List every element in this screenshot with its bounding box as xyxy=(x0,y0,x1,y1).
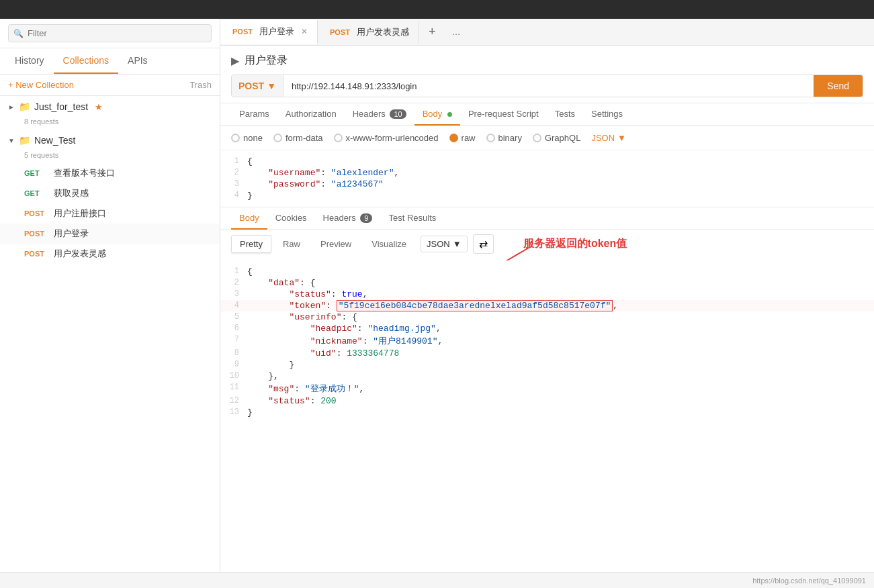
annotation-area: 服务器返回的token值 xyxy=(523,237,627,251)
trash-button[interactable]: Trash xyxy=(189,80,212,90)
radio-dot-graphql xyxy=(533,134,541,142)
resp-visualize-button[interactable]: Visualize xyxy=(363,235,415,253)
search-icon: 🔍 xyxy=(13,29,24,38)
resp-headers-badge: 9 xyxy=(360,213,372,223)
token-annotation-text: 服务器返回的token值 xyxy=(523,237,627,251)
tab-add-button[interactable]: + xyxy=(419,19,445,44)
sidebar-tab-history[interactable]: History xyxy=(5,48,54,74)
json-format-label: JSON xyxy=(591,133,615,143)
method-badge: POST xyxy=(24,209,48,217)
resp-tab-cookies[interactable]: Cookies xyxy=(267,207,315,230)
tab-name: 用户发表灵感 xyxy=(357,26,409,38)
code-line: 5 "userinfo": { xyxy=(220,311,874,323)
method-label: POST xyxy=(238,81,264,91)
radio-none[interactable]: none xyxy=(231,133,263,143)
method-select[interactable]: POST ▼ xyxy=(232,75,283,97)
code-line: 8 "uid": 1333364778 xyxy=(220,348,874,359)
new-collection-button[interactable]: + New Collection xyxy=(8,80,74,90)
radio-raw[interactable]: raw xyxy=(449,133,476,143)
collection-name: Just_for_test xyxy=(34,101,88,112)
radio-dot-raw xyxy=(449,134,458,142)
code-line: 4 } xyxy=(220,190,874,201)
tab-user-post[interactable]: POST 用户发表灵感 xyxy=(318,21,419,44)
collection-header-new-test[interactable]: ▼ 📁 New_Test xyxy=(0,130,220,151)
body-active-dot xyxy=(447,112,452,117)
code-line: 6 "headpic": "headimg.jpg", xyxy=(220,323,874,334)
request-tabs: Params Authorization Headers 10 Body Pre… xyxy=(220,103,874,126)
tab-method-badge: POST xyxy=(230,27,255,36)
sidebar-tab-collections[interactable]: Collections xyxy=(54,48,118,74)
tab-params[interactable]: Params xyxy=(231,103,277,126)
resp-tab-test-results[interactable]: Test Results xyxy=(380,207,444,230)
request-title: ▶ 用户登录 xyxy=(231,54,863,68)
sidebar-tabs: History Collections APIs xyxy=(0,48,220,75)
request-name: 用户注册接口 xyxy=(54,207,106,219)
main-layout: 🔍 History Collections APIs + New Collect… xyxy=(0,19,874,572)
folder-icon: 📁 xyxy=(19,101,30,112)
code-line: 7 "nickname": "用户8149901", xyxy=(220,334,874,348)
radio-dot-binary xyxy=(486,134,495,142)
close-icon[interactable]: ✕ xyxy=(301,27,308,36)
collection-header-just-for-test[interactable]: ► 📁 Just_for_test ★ xyxy=(0,96,220,117)
resp-raw-button[interactable]: Raw xyxy=(274,235,309,253)
list-item-active[interactable]: POST 用户登录 xyxy=(0,224,220,244)
search-wrapper: 🔍 xyxy=(8,24,212,42)
radio-dot-urlencoded xyxy=(334,134,343,142)
collection-meta: 8 requests xyxy=(24,117,220,130)
tab-name: 用户登录 xyxy=(259,26,294,38)
code-line: 2 "username": "alexlender", xyxy=(220,167,874,179)
url-input[interactable] xyxy=(283,76,814,97)
radio-urlencoded[interactable]: x-www-form-urlencoded xyxy=(334,133,439,143)
list-item[interactable]: POST 用户发表灵感 xyxy=(0,244,220,264)
code-line: 2 "data": { xyxy=(220,277,874,289)
token-value: "5f19ce16eb084cbe78dae3arednelxelad9af5d… xyxy=(337,300,613,311)
list-item[interactable]: POST 用户注册接口 xyxy=(0,203,220,224)
tab-more-button[interactable]: … xyxy=(445,21,467,42)
response-area: Body Cookies Headers 9 Test Results Pret… xyxy=(220,207,874,572)
request-body-editor[interactable]: 1 { 2 "username": "alexlender", 3 "passw… xyxy=(220,150,874,207)
radio-dot-none xyxy=(231,134,240,142)
main-content: POST 用户登录 ✕ POST 用户发表灵感 + … ▶ 用户登录 POST … xyxy=(220,19,874,572)
method-badge: GET xyxy=(24,189,48,197)
collection-meta: 5 requests xyxy=(24,151,220,163)
url-bar: POST ▼ Send xyxy=(231,75,863,97)
tab-authorization[interactable]: Authorization xyxy=(277,103,345,126)
folder-icon: 📁 xyxy=(19,135,30,146)
resp-tab-body[interactable]: Body xyxy=(231,207,267,230)
resp-tab-headers[interactable]: Headers 9 xyxy=(315,207,381,230)
tabs-bar: POST 用户登录 ✕ POST 用户发表灵感 + … xyxy=(220,19,874,46)
radio-binary[interactable]: binary xyxy=(486,133,522,143)
expand-arrow-icon[interactable]: ▶ xyxy=(231,54,239,67)
resp-json-selector[interactable]: JSON ▼ xyxy=(421,236,468,252)
tab-body[interactable]: Body xyxy=(414,103,460,126)
json-format-dropdown[interactable]: JSON ▼ xyxy=(591,133,626,143)
dropdown-icon: ▼ xyxy=(267,81,276,91)
request-list: GET 查看版本号接口 GET 获取灵感 POST 用户注册接口 POST 用户… xyxy=(0,163,220,264)
resp-preview-button[interactable]: Preview xyxy=(312,235,360,253)
tab-user-login[interactable]: POST 用户登录 ✕ xyxy=(220,20,318,44)
send-button[interactable]: Send xyxy=(814,75,863,97)
top-bar xyxy=(0,0,874,19)
tab-method-badge: POST xyxy=(327,28,353,37)
search-input[interactable] xyxy=(8,24,212,42)
tab-settings[interactable]: Settings xyxy=(583,103,631,126)
request-title-text: 用户登录 xyxy=(245,54,288,68)
token-line: 4 "token": "5f19ce16eb084cbe78dae3aredne… xyxy=(220,300,874,311)
request-area: ▶ 用户登录 POST ▼ Send xyxy=(220,46,874,103)
request-name: 查看版本号接口 xyxy=(54,167,115,179)
sidebar-search-area: 🔍 xyxy=(0,19,220,48)
code-line: 12 "status": 200 xyxy=(220,395,874,407)
code-line: 1 { xyxy=(220,266,874,277)
response-body: 1 { 2 "data": { 3 "status": true, 4 xyxy=(220,258,874,572)
resp-pretty-button[interactable]: Pretty xyxy=(231,235,271,253)
code-line: 13 } xyxy=(220,407,874,418)
radio-graphql[interactable]: GraphQL xyxy=(533,133,580,143)
response-tabs: Body Cookies Headers 9 Test Results xyxy=(220,207,874,230)
tab-tests[interactable]: Tests xyxy=(547,103,583,126)
list-item[interactable]: GET 查看版本号接口 xyxy=(0,163,220,183)
tab-pre-request[interactable]: Pre-request Script xyxy=(460,103,547,126)
tab-headers[interactable]: Headers 10 xyxy=(345,103,414,126)
radio-form-data[interactable]: form-data xyxy=(273,133,323,143)
sidebar-tab-apis[interactable]: APIs xyxy=(118,48,157,74)
list-item[interactable]: GET 获取灵感 xyxy=(0,183,220,203)
